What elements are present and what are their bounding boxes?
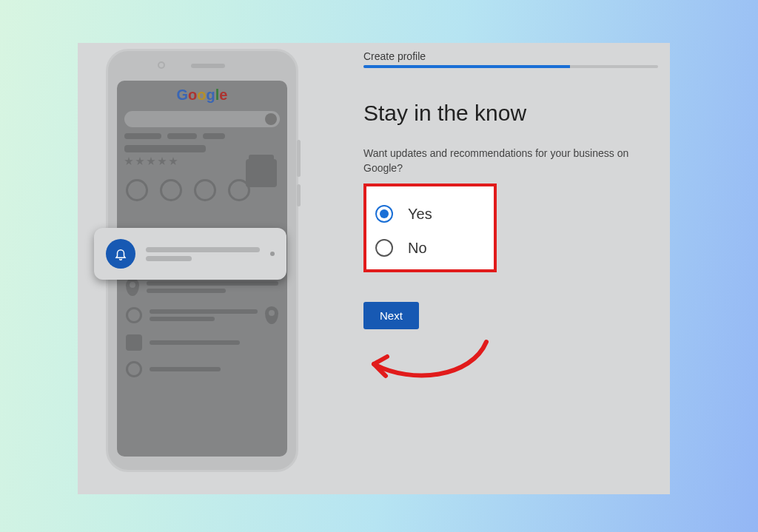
page-subtext: Want updates and recommendations for you… bbox=[363, 147, 658, 175]
notification-card bbox=[94, 228, 286, 280]
page-background: Google bbox=[0, 0, 758, 532]
phone-item-icon bbox=[126, 334, 142, 351]
google-logo: Google bbox=[117, 87, 287, 104]
phone-list-item bbox=[126, 278, 278, 296]
progress-fill bbox=[363, 65, 570, 68]
setup-panel: Google bbox=[78, 43, 670, 494]
radio-label: No bbox=[408, 240, 427, 257]
globe-icon bbox=[126, 361, 142, 377]
progress-bar bbox=[363, 65, 658, 68]
next-button[interactable]: Next bbox=[363, 302, 419, 329]
bell-icon bbox=[106, 239, 135, 269]
radio-option-yes[interactable]: Yes bbox=[375, 197, 485, 231]
phone-list-item bbox=[126, 334, 278, 351]
pin-icon bbox=[265, 306, 278, 324]
phone-list-item bbox=[126, 361, 278, 377]
radio-highlight-box: Yes No bbox=[363, 183, 497, 272]
radio-option-no[interactable]: No bbox=[375, 231, 485, 265]
radio-label: Yes bbox=[408, 206, 432, 223]
notification-dot bbox=[270, 252, 275, 256]
phone-speaker bbox=[191, 64, 225, 68]
phone-camera bbox=[158, 61, 165, 69]
clock-icon bbox=[126, 307, 142, 323]
phone-side-button bbox=[297, 184, 301, 206]
phone-list-item bbox=[126, 306, 278, 324]
annotation-arrow-icon bbox=[353, 333, 501, 392]
pin-icon bbox=[126, 278, 139, 296]
radio-icon bbox=[375, 239, 393, 257]
page-heading: Stay in the know bbox=[363, 101, 526, 126]
phone-side-button bbox=[297, 140, 301, 177]
radio-icon bbox=[375, 205, 393, 223]
step-label: Create profile bbox=[363, 50, 426, 62]
shop-icon bbox=[246, 159, 277, 187]
phone-searchbar bbox=[124, 111, 280, 127]
